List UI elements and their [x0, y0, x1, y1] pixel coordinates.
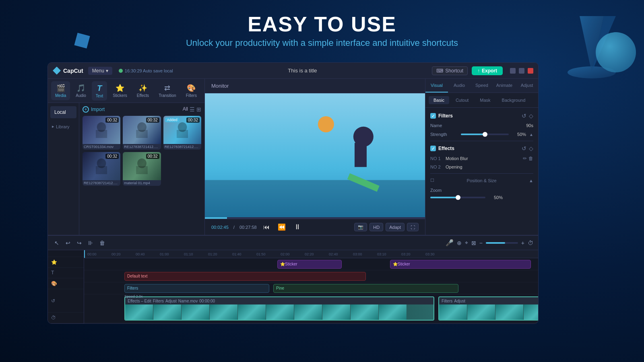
delete-button[interactable]: 🗑	[98, 239, 107, 247]
import-button[interactable]: + Import	[83, 106, 105, 113]
sort-button[interactable]: ☰	[190, 106, 195, 113]
slider-fill	[461, 134, 485, 135]
media-thumbnail[interactable]: 00:32 Added RE127838721412.mp4	[163, 116, 201, 150]
zoom-fill	[430, 197, 458, 198]
reset-icon[interactable]: ↺	[522, 113, 526, 119]
slider-thumb[interactable]	[483, 132, 487, 137]
adapt-button[interactable]: Adapt	[386, 223, 405, 231]
subtab-background[interactable]: Background	[497, 96, 530, 104]
effect-name-1: Motion Blur	[446, 156, 520, 161]
tab-audio[interactable]: Audio	[448, 79, 471, 93]
skip-back-button[interactable]: ⏮	[262, 223, 271, 232]
maximize-button[interactable]	[519, 68, 524, 74]
step-back-button[interactable]: ⏪	[276, 222, 287, 232]
chevron-down-icon: ▾	[106, 68, 108, 74]
play-pause-button[interactable]: ⏸	[292, 222, 303, 232]
autosave-dot	[119, 69, 123, 73]
undo-button[interactable]: ↩	[64, 239, 72, 247]
sticker-clip-1[interactable]: ⭐ Sticker	[277, 260, 342, 269]
clip-frames-2	[439, 304, 538, 321]
delete-icon[interactable]: 🗑	[528, 156, 533, 161]
select-tool[interactable]: ↖	[53, 239, 61, 247]
magnet-icon[interactable]: ⌖	[465, 239, 468, 246]
text-icon: T	[97, 84, 102, 93]
position-section: ☐ Position & Size ▲ Zoom 50%	[430, 178, 533, 200]
main-clip-1[interactable]: Effects – Edit Filters Adjust Name.mov 0…	[124, 296, 434, 321]
screenshot-button[interactable]: 📷	[354, 223, 367, 231]
local-tab[interactable]: Local	[50, 106, 76, 118]
grid-view-button[interactable]: ⊞	[196, 106, 201, 113]
toolbar-item-filters[interactable]: 🎨 Filters	[182, 81, 201, 100]
media-thumbnail[interactable]: 00:32 RE127838721412.mp4	[123, 116, 161, 150]
toolbar-item-transition[interactable]: ⇄ Transition	[155, 81, 180, 100]
main-clip-2[interactable]: Filters Adjust	[438, 296, 538, 321]
position-header[interactable]: ☐ Position & Size ▲	[430, 178, 533, 183]
strength-slider[interactable]: 50% ▲	[461, 132, 533, 137]
thumb-name: material 01.mp4	[123, 180, 161, 186]
export-button[interactable]: ↑ Export	[472, 66, 503, 75]
toolbar-item-audio[interactable]: 🎵 Audio	[72, 81, 90, 100]
timeline-tracks: 00:00 00:20 00:40 01:00 01:10 01:20 01:4…	[84, 250, 538, 323]
toolbar-item-text[interactable]: T Text	[92, 81, 107, 101]
ruler-mark: 01:00	[160, 252, 184, 256]
timeline-sidebar: ⭐ T 🎨 ↺ ⏱	[48, 250, 84, 323]
pin-clip[interactable]: Pine	[273, 284, 458, 293]
subtab-cutout[interactable]: Cutout	[451, 96, 473, 104]
media-thumbnail[interactable]: 00:32 CRST001334.mov	[83, 116, 120, 150]
sticker-clip-2[interactable]: ⭐ Sticker	[390, 260, 531, 269]
tab-adjust[interactable]: Adjust	[516, 79, 538, 93]
main-content: 🎬 Media 🎵 Audio T Text ⭐ Stickers ✨	[48, 79, 538, 235]
tab-animate[interactable]: Animate	[493, 79, 516, 93]
effects-controls: ↺ ◇	[522, 145, 533, 152]
filter-clip[interactable]: Filters	[124, 284, 269, 293]
toolbar-item-effects[interactable]: ✨ Effects	[133, 81, 153, 100]
ruler-mark: 02:00	[281, 252, 305, 256]
clip-time: 00:00:00	[199, 299, 215, 303]
zoom-thumb[interactable]	[456, 195, 460, 200]
audio-icon: 🎵	[76, 84, 85, 93]
zoom-slider[interactable]: 50%	[430, 195, 503, 200]
add-icon[interactable]: ◇	[529, 145, 533, 152]
monitor-controls: 00:02:45 / 00:27:58 ⏮ ⏪ ⏸ 📷 HD Adapt ⛶	[205, 219, 425, 235]
tab-speed[interactable]: Speed	[471, 79, 493, 93]
subtab-mask[interactable]: Mask	[475, 96, 495, 104]
clock-icon[interactable]: ⏱	[528, 240, 533, 246]
split-button[interactable]: ⊪	[87, 239, 95, 247]
media-thumbnail[interactable]: 00:32 RE127838721412.mp4	[83, 152, 120, 186]
settings-icon[interactable]: ◇	[529, 113, 533, 119]
zoom-icon[interactable]: ⊠	[471, 240, 476, 246]
library-item[interactable]: ▸ Library	[48, 121, 79, 132]
reset-icon[interactable]: ↺	[522, 145, 526, 152]
edit-icon[interactable]: ✏	[523, 156, 527, 161]
resolution-button[interactable]: HD	[369, 223, 383, 231]
toolbar-item-media[interactable]: 🎬 Media	[51, 81, 70, 100]
subtab-basic[interactable]: Basic	[429, 96, 449, 104]
minus-icon[interactable]: −	[479, 240, 483, 246]
tab-visual[interactable]: Visual	[425, 79, 448, 93]
plus-icon[interactable]: +	[521, 240, 524, 246]
fullscreen-button[interactable]: ⛶	[407, 223, 419, 231]
stepper-up[interactable]: ▲	[529, 132, 533, 137]
total-time-value: 00:27:58	[239, 225, 257, 230]
monitor-progress-bar[interactable]	[205, 217, 425, 219]
media-thumbnail[interactable]: 00:32 material 01.mp4	[123, 152, 161, 186]
split-icon[interactable]: ⊕	[457, 240, 462, 246]
close-button[interactable]	[528, 68, 533, 74]
frame-thumb	[266, 304, 294, 321]
zoom-slider-tl[interactable]	[486, 242, 518, 244]
transition-label: Transition	[159, 93, 176, 98]
zoom-row: Zoom 50%	[430, 186, 533, 200]
text-label: Text	[96, 94, 103, 98]
clip-header-1: Effects – Edit Filters Adjust Name.mov 0…	[125, 297, 433, 304]
shortcut-button[interactable]: ⌨ Shortcut	[432, 66, 468, 75]
redo-button[interactable]: ↪	[75, 239, 83, 247]
transition-icon: ⇄	[164, 84, 170, 93]
menu-button[interactable]: Menu ▾	[88, 67, 112, 75]
toolbar: 🎬 Media 🎵 Audio T Text ⭐ Stickers ✨	[48, 79, 204, 103]
minimize-button[interactable]	[510, 68, 516, 74]
strength-label: Strength	[430, 132, 447, 137]
mic-icon[interactable]: 🎤	[446, 239, 454, 247]
text-clip[interactable]: Default text	[124, 272, 366, 281]
filter-clip-label: Filters	[127, 286, 138, 290]
toolbar-item-stickers[interactable]: ⭐ Stickers	[109, 81, 131, 100]
